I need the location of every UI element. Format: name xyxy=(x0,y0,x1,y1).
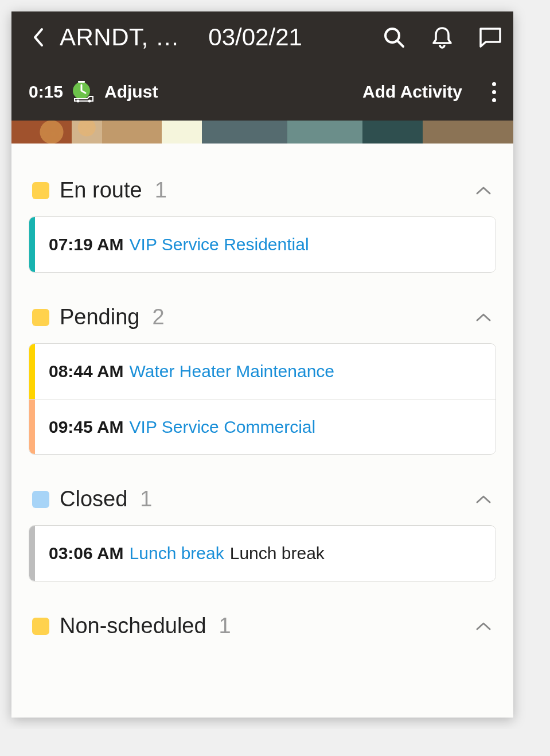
activity-time: 09:45 AM xyxy=(49,417,124,437)
activity-type-link[interactable]: Water Heater Maintenance xyxy=(130,362,334,381)
card-group: 07:19 AM VIP Service Residential xyxy=(29,216,496,273)
collapse-toggle[interactable] xyxy=(475,618,493,635)
chevron-left-icon xyxy=(33,28,44,47)
section-count: 1 xyxy=(140,487,152,511)
section-title: En route xyxy=(60,178,142,203)
header-actions xyxy=(383,26,502,49)
dot-icon xyxy=(492,98,496,102)
activity-list: En route 1 07:19 AM VIP Service Resident… xyxy=(11,144,513,638)
svg-point-4 xyxy=(77,100,80,103)
dot-icon xyxy=(492,90,496,94)
status-stripe xyxy=(29,217,35,272)
section-header[interactable]: En route 1 xyxy=(29,178,496,216)
svg-point-5 xyxy=(88,100,91,103)
card-body: 07:19 AM VIP Service Residential xyxy=(35,235,323,254)
status-color-icon xyxy=(32,182,49,199)
activity-type-link[interactable]: Lunch break xyxy=(130,544,224,563)
collapse-toggle[interactable] xyxy=(475,491,493,508)
card-group: 08:44 AM Water Heater Maintenance 09:45 … xyxy=(29,343,496,455)
section-header[interactable]: Closed 1 xyxy=(29,487,496,525)
svg-line-1 xyxy=(397,41,403,46)
app-screen: ARNDT, … 03/02/21 xyxy=(11,11,513,718)
header-top-row: ARNDT, … 03/02/21 xyxy=(11,11,513,63)
chevron-up-icon xyxy=(475,185,492,196)
dot-icon xyxy=(492,82,496,86)
date-label[interactable]: 03/02/21 xyxy=(208,24,371,51)
adjust-button[interactable]: Adjust xyxy=(104,82,158,102)
activity-card[interactable]: 09:45 AM VIP Service Commercial xyxy=(29,399,496,454)
activity-type-link[interactable]: VIP Service Commercial xyxy=(130,417,316,437)
section-title: Pending xyxy=(60,305,139,329)
map-preview-strip[interactable] xyxy=(11,121,513,144)
search-icon xyxy=(383,26,405,48)
section-en-route: En route 1 07:19 AM VIP Service Resident… xyxy=(29,178,496,273)
section-title: Non-scheduled xyxy=(60,614,206,638)
elapsed-time: 0:15 xyxy=(29,82,63,102)
back-button[interactable] xyxy=(29,28,48,47)
chevron-up-icon xyxy=(475,312,492,323)
status-stripe xyxy=(29,526,35,581)
activity-time: 08:44 AM xyxy=(49,362,124,381)
chat-button[interactable] xyxy=(479,26,502,49)
section-count: 2 xyxy=(152,305,164,329)
svg-rect-3 xyxy=(78,81,85,83)
status-color-icon xyxy=(32,618,49,635)
app-header: ARNDT, … 03/02/21 xyxy=(11,11,513,121)
add-activity-button[interactable]: Add Activity xyxy=(362,82,462,102)
section-count: 1 xyxy=(219,614,231,638)
card-body: 09:45 AM VIP Service Commercial xyxy=(35,417,329,437)
activity-time: 07:19 AM xyxy=(49,235,124,254)
card-body: 03:06 AM Lunch break Lunch break xyxy=(35,544,338,563)
header-bottom-row: 0:15 Adjust Add Activity xyxy=(11,63,513,121)
section-closed: Closed 1 03:06 AM Lunch break Lunch brea… xyxy=(29,487,496,581)
collapse-toggle[interactable] xyxy=(475,309,493,326)
collapse-toggle[interactable] xyxy=(475,182,493,199)
section-count: 1 xyxy=(155,178,167,203)
activity-card[interactable]: 08:44 AM Water Heater Maintenance xyxy=(29,344,496,399)
card-group: 03:06 AM Lunch break Lunch break xyxy=(29,525,496,581)
status-stripe xyxy=(29,400,35,454)
activity-type-link[interactable]: VIP Service Residential xyxy=(130,235,309,254)
chat-icon xyxy=(479,27,502,48)
section-pending: Pending 2 08:44 AM Water Heater Maintena… xyxy=(29,305,496,455)
route-timer-icon xyxy=(70,79,95,104)
activity-extra-text: Lunch break xyxy=(230,544,325,563)
activity-time: 03:06 AM xyxy=(49,544,124,563)
section-header[interactable]: Pending 2 xyxy=(29,305,496,343)
section-header[interactable]: Non-scheduled 1 xyxy=(29,614,496,638)
card-body: 08:44 AM Water Heater Maintenance xyxy=(35,362,348,381)
section-non-scheduled: Non-scheduled 1 xyxy=(29,614,496,638)
status-color-icon xyxy=(32,491,49,508)
activity-card[interactable]: 07:19 AM VIP Service Residential xyxy=(29,217,496,272)
bell-icon xyxy=(432,26,453,49)
resource-name[interactable]: ARNDT, … xyxy=(60,24,180,51)
status-stripe xyxy=(29,344,35,399)
overflow-menu-button[interactable] xyxy=(486,82,502,102)
chevron-up-icon xyxy=(475,494,492,505)
notifications-button[interactable] xyxy=(431,26,454,49)
status-color-icon xyxy=(32,309,49,326)
chevron-up-icon xyxy=(475,621,492,631)
activity-card[interactable]: 03:06 AM Lunch break Lunch break xyxy=(29,526,496,581)
section-title: Closed xyxy=(60,487,127,511)
search-button[interactable] xyxy=(383,26,405,49)
